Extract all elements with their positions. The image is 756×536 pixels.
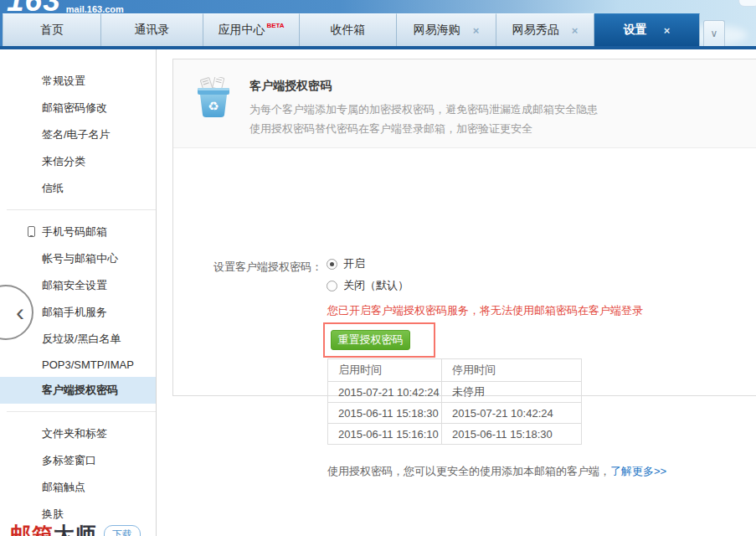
tab-home[interactable]: 首页 (3, 13, 101, 46)
table-row: 2015-06-11 15:16:10 2015-06-11 15:18:30 (328, 424, 582, 445)
mail-master-promo[interactable]: 邮箱 大师 下载 (10, 521, 141, 536)
sidebar-item-label: 来信分类 (42, 155, 85, 168)
sidebar-item-password-change[interactable]: 邮箱密码修改 (0, 95, 156, 121)
beta-badge: BETA (266, 22, 284, 29)
settings-sidebar: 常规设置 邮箱密码修改 签名/电子名片 来信分类 信纸 手机号码邮箱 帐号与邮箱… (0, 49, 157, 536)
close-icon[interactable]: × (473, 24, 480, 37)
cell-enable-time: 2015-06-11 15:16:10 (328, 424, 442, 445)
sidebar-item-folders-tags[interactable]: 文件夹和标签 (0, 420, 156, 447)
sidebar-item-label: POP3/SMTP/IMAP (42, 358, 134, 371)
description-line-1: 为每个客户端添加专属的加密授权密码，避免密码泄漏造成邮箱安全隐患 (249, 100, 598, 119)
tab-label: 网易海购 (414, 23, 460, 38)
corner-pill-decoration (738, 0, 756, 7)
sidebar-item-label: 邮箱触点 (42, 481, 85, 493)
sidebar-item-label: 帐号与邮箱中心 (42, 252, 118, 265)
sidebar-item-signature[interactable]: 签名/电子名片 (0, 121, 156, 148)
tab-xiupin[interactable]: 网易秀品 × (496, 13, 594, 46)
cell-disable-time: 2015-06-11 15:18:30 (442, 424, 582, 445)
tab-label: 应用中心 (218, 23, 265, 38)
radio-off-label: 关闭（默认） (343, 278, 409, 293)
table-header-row: 启用时间 停用时间 (328, 359, 582, 382)
table-row: 2015-06-11 15:18:30 2015-07-21 10:42:24 (328, 403, 582, 424)
sidebar-item-multitab-window[interactable]: 多标签窗口 (0, 447, 156, 474)
cell-enable-time: 2015-07-21 10:42:24 (328, 382, 442, 403)
sidebar-divider (7, 209, 156, 210)
sidebar-item-general[interactable]: 常规设置 (0, 68, 156, 95)
sidebar-item-stationery[interactable]: 信纸 (0, 175, 156, 202)
recycle-icon: ♻ (208, 99, 219, 113)
tab-label: 设置 (624, 23, 647, 38)
radio-off-icon[interactable] (327, 281, 337, 291)
promo-brand-dark: 大师 (54, 521, 97, 536)
phone-icon (28, 226, 35, 237)
chevron-left-icon: ‹ (16, 300, 24, 325)
tab-settings[interactable]: 设置 × (594, 13, 700, 46)
sidebar-item-mail-classify[interactable]: 来信分类 (0, 148, 156, 175)
footer-note-text: 使用授权密码，您可以更安全的使用添加本邮箱的客户端， (327, 465, 610, 477)
cell-disable-time: 未停用 (442, 382, 582, 403)
tab-label: 网易秀品 (512, 23, 559, 38)
sidebar-item-label: 手机号码邮箱 (42, 225, 107, 238)
tab-contacts[interactable]: 通讯录 (101, 13, 203, 46)
column-header-enable-time: 启用时间 (328, 359, 442, 382)
top-banner: 163 mail.163.com 首页 通讯录 应用中心 BETA 收件箱 网易… (0, 0, 756, 49)
sidebar-item-pop3-smtp-imap[interactable]: POP3/SMTP/IMAP (0, 353, 156, 377)
tab-inbox[interactable]: 收件箱 (300, 13, 397, 46)
download-button[interactable]: 下载 (104, 525, 141, 536)
sidebar-item-mobile-mailbox[interactable]: 手机号码邮箱 (0, 219, 156, 245)
radio-option-on[interactable]: 开启 (327, 256, 365, 271)
panel-body: 设置客户端授权密码： 开启 关闭（默认） 您已开启客户端授权密码服务，将无法使用… (173, 148, 756, 395)
chevron-down-icon: ∨ (711, 28, 718, 39)
cell-disable-time: 2015-07-21 10:42:24 (442, 403, 582, 424)
promo-brand-red: 邮箱 (10, 521, 54, 536)
sidebar-item-label: 邮箱安全设置 (42, 279, 107, 291)
tab-bar: 首页 通讯录 应用中心 BETA 收件箱 网易海购 × 网易秀品 × 设置 × … (3, 13, 725, 46)
sidebar-item-label: 邮箱手机服务 (42, 306, 107, 318)
sidebar-item-label: 换肤 (42, 508, 64, 520)
set-password-label: 设置客户端授权密码： (213, 260, 322, 275)
sidebar-item-label: 常规设置 (42, 75, 85, 87)
sidebar-item-label: 客户端授权密码 (42, 384, 118, 396)
panel-header: ♻ 客户端授权密码 为每个客户端添加专属的加密授权密码，避免密码泄漏造成邮箱安全… (173, 59, 756, 148)
tab-label: 收件箱 (331, 23, 366, 38)
sidebar-item-label: 签名/电子名片 (42, 128, 111, 141)
cell-enable-time: 2015-06-11 15:18:30 (328, 403, 442, 424)
panel-description: 为每个客户端添加专属的加密授权密码，避免密码泄漏造成邮箱安全隐患 使用授权密码替… (249, 100, 598, 138)
tab-haigou[interactable]: 网易海购 × (397, 13, 496, 46)
sidebar-item-client-auth-password[interactable]: 客户端授权密码 (0, 377, 156, 404)
auth-history-table: 启用时间 停用时间 2015-07-21 10:42:24 未停用 2015-0… (327, 358, 582, 445)
sidebar-item-label: 邮箱密码修改 (42, 101, 107, 114)
tab-label: 通讯录 (135, 23, 170, 38)
description-line-2: 使用授权密码替代密码在客户端登录邮箱，加密验证更安全 (249, 119, 598, 138)
shredder-bin-icon: ♻ (195, 77, 232, 119)
column-header-disable-time: 停用时间 (442, 359, 582, 382)
radio-on-label: 开启 (343, 256, 365, 271)
learn-more-link[interactable]: 了解更多>> (610, 465, 666, 477)
client-auth-password-panel: ♻ 客户端授权密码 为每个客户端添加专属的加密授权密码，避免密码泄漏造成邮箱安全… (172, 59, 756, 396)
footer-note: 使用授权密码，您可以更安全的使用添加本邮箱的客户端，了解更多>> (327, 464, 666, 479)
radio-on-icon[interactable] (327, 259, 337, 270)
tab-label: 首页 (40, 23, 64, 38)
sidebar-item-mail-touch[interactable]: 邮箱触点 (0, 474, 156, 501)
reset-auth-password-button[interactable]: 重置授权密码 (331, 330, 410, 350)
tab-overflow-button[interactable]: ∨ (703, 20, 725, 46)
sidebar-item-label: 多标签窗口 (42, 454, 96, 466)
panel-title: 客户端授权密码 (249, 79, 598, 94)
warning-text: 您已开启客户端授权密码服务，将无法使用邮箱密码在客户端登录 (327, 303, 643, 318)
radio-option-off[interactable]: 关闭（默认） (327, 278, 409, 293)
tab-app-center[interactable]: 应用中心 BETA (203, 13, 300, 46)
close-icon[interactable]: × (664, 24, 671, 37)
sidebar-item-label: 信纸 (42, 182, 64, 194)
sidebar-item-label: 反垃圾/黑白名单 (42, 332, 121, 345)
sidebar-item-account-center[interactable]: 帐号与邮箱中心 (0, 245, 156, 272)
settings-main-area: ♻ 客户端授权密码 为每个客户端添加专属的加密授权密码，避免密码泄漏造成邮箱安全… (157, 49, 756, 536)
close-icon[interactable]: × (572, 24, 579, 37)
sidebar-item-label: 文件夹和标签 (42, 427, 107, 440)
sidebar-divider (7, 411, 156, 412)
table-row: 2015-07-21 10:42:24 未停用 (328, 382, 582, 403)
